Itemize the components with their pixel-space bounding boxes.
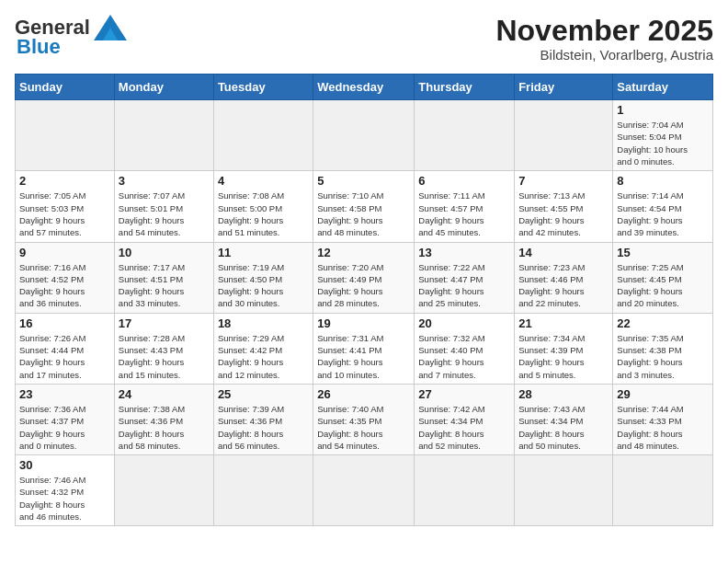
day-info: Sunrise: 7:36 AM Sunset: 4:37 PM Dayligh… — [19, 403, 110, 452]
calendar-week-row: 16Sunrise: 7:26 AM Sunset: 4:44 PM Dayli… — [16, 313, 713, 384]
day-number: 26 — [317, 387, 410, 401]
day-number: 4 — [218, 174, 309, 188]
day-number: 7 — [518, 174, 609, 188]
calendar-cell: 7Sunrise: 7:13 AM Sunset: 4:55 PM Daylig… — [515, 171, 613, 242]
calendar-cell — [515, 455, 613, 526]
calendar-cell: 15Sunrise: 7:25 AM Sunset: 4:45 PM Dayli… — [613, 242, 713, 313]
calendar-cell — [114, 455, 213, 526]
day-info: Sunrise: 7:44 AM Sunset: 4:33 PM Dayligh… — [617, 403, 709, 452]
day-info: Sunrise: 7:11 AM Sunset: 4:57 PM Dayligh… — [418, 190, 510, 238]
day-number: 24 — [119, 387, 210, 401]
day-info: Sunrise: 7:43 AM Sunset: 4:34 PM Dayligh… — [518, 403, 609, 452]
calendar-cell: 16Sunrise: 7:26 AM Sunset: 4:44 PM Dayli… — [16, 313, 115, 384]
day-info: Sunrise: 7:32 AM Sunset: 4:40 PM Dayligh… — [418, 332, 510, 381]
day-number: 2 — [19, 174, 110, 188]
day-number: 1 — [617, 103, 709, 117]
calendar-cell: 27Sunrise: 7:42 AM Sunset: 4:34 PM Dayli… — [415, 384, 515, 454]
calendar-cell — [515, 100, 613, 171]
day-number: 20 — [418, 316, 510, 330]
calendar-week-row: 1Sunrise: 7:04 AM Sunset: 5:04 PM Daylig… — [16, 100, 713, 171]
calendar-cell: 21Sunrise: 7:34 AM Sunset: 4:39 PM Dayli… — [515, 313, 613, 384]
day-info: Sunrise: 7:39 AM Sunset: 4:36 PM Dayligh… — [218, 403, 309, 452]
calendar-cell: 29Sunrise: 7:44 AM Sunset: 4:33 PM Dayli… — [613, 384, 713, 454]
day-number: 21 — [518, 316, 609, 330]
day-info: Sunrise: 7:25 AM Sunset: 4:45 PM Dayligh… — [617, 261, 709, 310]
day-number: 30 — [19, 458, 110, 472]
calendar-cell: 19Sunrise: 7:31 AM Sunset: 4:41 PM Dayli… — [313, 313, 415, 384]
day-info: Sunrise: 7:16 AM Sunset: 4:52 PM Dayligh… — [19, 261, 110, 310]
day-number: 27 — [418, 387, 510, 401]
calendar-cell: 25Sunrise: 7:39 AM Sunset: 4:36 PM Dayli… — [213, 384, 313, 454]
calendar-cell — [415, 100, 515, 171]
calendar-cell — [213, 455, 313, 526]
calendar-cell: 22Sunrise: 7:35 AM Sunset: 4:38 PM Dayli… — [613, 313, 713, 384]
day-info: Sunrise: 7:34 AM Sunset: 4:39 PM Dayligh… — [518, 332, 609, 381]
day-info: Sunrise: 7:38 AM Sunset: 4:36 PM Dayligh… — [119, 403, 210, 452]
day-number: 28 — [518, 387, 609, 401]
calendar-cell: 23Sunrise: 7:36 AM Sunset: 4:37 PM Dayli… — [16, 384, 115, 454]
day-info: Sunrise: 7:31 AM Sunset: 4:41 PM Dayligh… — [317, 332, 410, 381]
calendar-cell: 9Sunrise: 7:16 AM Sunset: 4:52 PM Daylig… — [16, 242, 115, 313]
day-info: Sunrise: 7:19 AM Sunset: 4:50 PM Dayligh… — [218, 261, 309, 310]
day-number: 8 — [617, 174, 709, 188]
day-number: 9 — [19, 246, 110, 259]
day-number: 5 — [317, 174, 410, 188]
calendar-cell: 6Sunrise: 7:11 AM Sunset: 4:57 PM Daylig… — [415, 171, 515, 242]
calendar-cell — [114, 100, 213, 171]
page-header: General Blue November 2025 Bildstein, Vo… — [15, 15, 713, 63]
calendar-cell: 26Sunrise: 7:40 AM Sunset: 4:35 PM Dayli… — [313, 384, 415, 454]
day-info: Sunrise: 7:35 AM Sunset: 4:38 PM Dayligh… — [617, 332, 709, 381]
calendar-cell: 13Sunrise: 7:22 AM Sunset: 4:47 PM Dayli… — [415, 242, 515, 313]
day-info: Sunrise: 7:14 AM Sunset: 4:54 PM Dayligh… — [617, 190, 709, 238]
calendar-cell: 14Sunrise: 7:23 AM Sunset: 4:46 PM Dayli… — [515, 242, 613, 313]
calendar-cell: 3Sunrise: 7:07 AM Sunset: 5:01 PM Daylig… — [114, 171, 213, 242]
day-info: Sunrise: 7:07 AM Sunset: 5:01 PM Dayligh… — [119, 190, 210, 238]
day-number: 22 — [617, 316, 709, 330]
day-number: 10 — [119, 246, 210, 259]
calendar-cell: 5Sunrise: 7:10 AM Sunset: 4:58 PM Daylig… — [313, 171, 415, 242]
day-info: Sunrise: 7:40 AM Sunset: 4:35 PM Dayligh… — [317, 403, 410, 452]
day-number: 18 — [218, 316, 309, 330]
calendar-cell — [613, 455, 713, 526]
calendar-cell — [415, 455, 515, 526]
day-number: 17 — [119, 316, 210, 330]
day-number: 12 — [317, 246, 410, 259]
day-number: 13 — [418, 246, 510, 259]
day-number: 19 — [317, 316, 410, 330]
calendar-cell: 8Sunrise: 7:14 AM Sunset: 4:54 PM Daylig… — [613, 171, 713, 242]
day-number: 6 — [418, 174, 510, 188]
day-info: Sunrise: 7:22 AM Sunset: 4:47 PM Dayligh… — [418, 261, 510, 310]
calendar-cell — [213, 100, 313, 171]
calendar-cell — [313, 100, 415, 171]
calendar-cell: 20Sunrise: 7:32 AM Sunset: 4:40 PM Dayli… — [415, 313, 515, 384]
day-info: Sunrise: 7:23 AM Sunset: 4:46 PM Dayligh… — [518, 261, 609, 310]
day-info: Sunrise: 7:17 AM Sunset: 4:51 PM Dayligh… — [119, 261, 210, 310]
calendar-cell: 2Sunrise: 7:05 AM Sunset: 5:03 PM Daylig… — [16, 171, 115, 242]
logo-blue: Blue — [17, 35, 61, 59]
calendar-header-row: SundayMondayTuesdayWednesdayThursdayFrid… — [16, 75, 713, 100]
day-number: 15 — [617, 246, 709, 259]
weekday-header-monday: Monday — [114, 75, 213, 100]
title-block: November 2025 Bildstein, Vorarlberg, Aus… — [495, 15, 713, 63]
day-number: 25 — [218, 387, 309, 401]
day-number: 29 — [617, 387, 709, 401]
day-info: Sunrise: 7:20 AM Sunset: 4:49 PM Dayligh… — [317, 261, 410, 310]
weekday-header-tuesday: Tuesday — [213, 75, 313, 100]
day-info: Sunrise: 7:46 AM Sunset: 4:32 PM Dayligh… — [19, 474, 110, 523]
day-info: Sunrise: 7:10 AM Sunset: 4:58 PM Dayligh… — [317, 190, 410, 238]
day-info: Sunrise: 7:05 AM Sunset: 5:03 PM Dayligh… — [19, 190, 110, 238]
calendar-week-row: 30Sunrise: 7:46 AM Sunset: 4:32 PM Dayli… — [16, 455, 713, 526]
calendar-table: SundayMondayTuesdayWednesdayThursdayFrid… — [15, 74, 713, 526]
calendar-cell: 17Sunrise: 7:28 AM Sunset: 4:43 PM Dayli… — [114, 313, 213, 384]
calendar-cell — [16, 100, 115, 171]
location-subtitle: Bildstein, Vorarlberg, Austria — [495, 47, 713, 63]
calendar-week-row: 9Sunrise: 7:16 AM Sunset: 4:52 PM Daylig… — [16, 242, 713, 313]
day-number: 11 — [218, 246, 309, 259]
calendar-cell: 28Sunrise: 7:43 AM Sunset: 4:34 PM Dayli… — [515, 384, 613, 454]
day-info: Sunrise: 7:42 AM Sunset: 4:34 PM Dayligh… — [418, 403, 510, 452]
calendar-week-row: 23Sunrise: 7:36 AM Sunset: 4:37 PM Dayli… — [16, 384, 713, 454]
weekday-header-friday: Friday — [515, 75, 613, 100]
day-number: 23 — [19, 387, 110, 401]
calendar-cell: 30Sunrise: 7:46 AM Sunset: 4:32 PM Dayli… — [16, 455, 115, 526]
day-number: 14 — [518, 246, 609, 259]
